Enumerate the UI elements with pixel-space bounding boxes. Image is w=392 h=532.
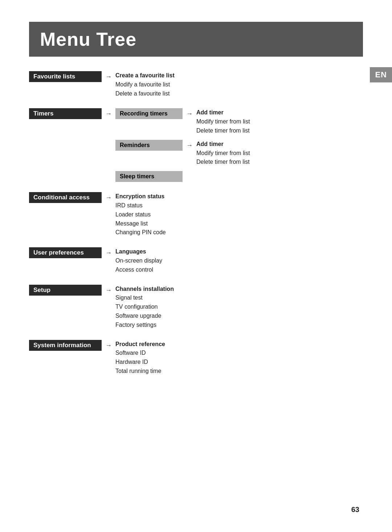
list-item: Add timer xyxy=(196,140,250,149)
page-title: Menu Tree xyxy=(40,28,352,50)
list-setup: Channels installation Signal test TV con… xyxy=(115,285,174,330)
language-badge: EN xyxy=(370,67,392,82)
row-favourite-lists: Favourite lists → Create a favourite lis… xyxy=(29,71,363,98)
list-item: Modify timer from list xyxy=(196,117,250,126)
arrow-timers: → xyxy=(102,108,115,119)
level1-user-preferences: User preferences xyxy=(29,247,102,258)
sub-row-reminders: Reminders → Add timer Modify timer from … xyxy=(115,140,250,167)
list-item: Modify a favourite list xyxy=(115,80,175,89)
list-item: Product reference xyxy=(115,340,165,349)
level2-recording-timers: Recording timers xyxy=(115,108,183,119)
list-item: Modify timer from list xyxy=(196,149,250,158)
list-item: Delete a favourite list xyxy=(115,89,175,98)
list-item: Message list xyxy=(115,219,166,228)
arrow-user-preferences: → xyxy=(102,247,115,258)
menu-tree-content: Favourite lists → Create a favourite lis… xyxy=(29,71,363,376)
list-user-preferences: Languages On-screen display Access contr… xyxy=(115,247,162,274)
timers-sub-rows: Recording timers → Add timer Modify time… xyxy=(115,108,250,182)
row-conditional-access: Conditional access → Encryption status I… xyxy=(29,192,363,237)
page-number: 63 xyxy=(351,505,359,514)
level1-setup: Setup xyxy=(29,285,102,296)
list-item: TV configuration xyxy=(115,302,174,312)
list-item: On-screen display xyxy=(115,256,162,265)
list-item: Software ID xyxy=(115,349,165,358)
arrow-reminders: → xyxy=(183,140,196,151)
list-item: Channels installation xyxy=(115,285,174,294)
list-favourite-lists: Create a favourite list Modify a favouri… xyxy=(115,71,175,98)
list-item: Changing PIN code xyxy=(115,228,166,237)
arrow-system-information: → xyxy=(102,340,115,351)
list-item: Access control xyxy=(115,265,162,275)
level1-system-information: System information xyxy=(29,340,102,351)
list-item: Languages xyxy=(115,247,162,256)
level1-conditional-access: Conditional access xyxy=(29,192,102,203)
arrow-recording: → xyxy=(183,108,196,119)
list-item: Add timer xyxy=(196,108,250,117)
list-item: Hardware ID xyxy=(115,358,165,367)
list-item: Encryption status xyxy=(115,192,166,201)
row-setup: Setup → Channels installation Signal tes… xyxy=(29,285,363,330)
level1-timers: Timers xyxy=(29,108,102,119)
list-item: Create a favourite list xyxy=(115,71,175,80)
list-item: Factory settings xyxy=(115,321,174,330)
arrow-setup: → xyxy=(102,285,115,296)
list-item: Software upgrade xyxy=(115,312,174,321)
level2-sleep-timers: Sleep timers xyxy=(115,171,183,182)
list-item: Delete timer from list xyxy=(196,126,250,135)
arrow-conditional-access: → xyxy=(102,192,115,203)
arrow-favourite-lists: → xyxy=(102,71,115,82)
list-item: IRD status xyxy=(115,201,166,210)
title-bar: Menu Tree xyxy=(29,22,363,57)
list-recording: Add timer Modify timer from list Delete … xyxy=(196,108,250,135)
list-conditional-access: Encryption status IRD status Loader stat… xyxy=(115,192,166,237)
level2-reminders: Reminders xyxy=(115,140,183,151)
list-item: Delete timer from list xyxy=(196,158,250,167)
list-system-information: Product reference Software ID Hardware I… xyxy=(115,340,165,376)
list-reminders: Add timer Modify timer from list Delete … xyxy=(196,140,250,167)
list-item: Loader status xyxy=(115,210,166,219)
row-system-information: System information → Product reference S… xyxy=(29,340,363,376)
level1-favourite-lists: Favourite lists xyxy=(29,71,102,82)
list-item: Total running time xyxy=(115,367,165,376)
list-item: Signal test xyxy=(115,293,174,302)
sub-row-sleep: Sleep timers xyxy=(115,171,250,182)
sub-row-recording: Recording timers → Add timer Modify time… xyxy=(115,108,250,135)
row-user-preferences: User preferences → Languages On-screen d… xyxy=(29,247,363,274)
row-timers: Timers → Recording timers → Add timer Mo… xyxy=(29,108,363,182)
